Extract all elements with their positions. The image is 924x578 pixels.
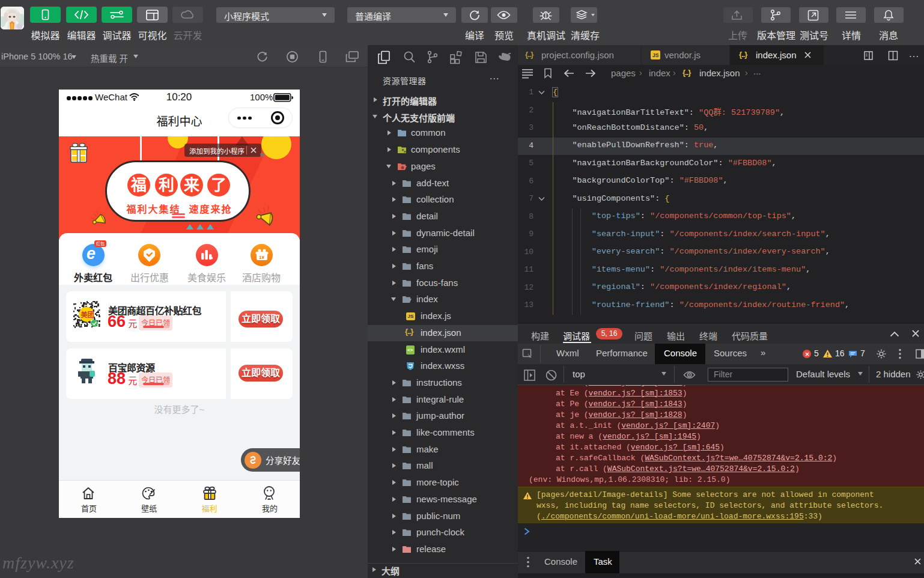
svg-text:美团: 美团 [81, 309, 94, 319]
svg-text:1¥: 1¥ [259, 255, 264, 260]
